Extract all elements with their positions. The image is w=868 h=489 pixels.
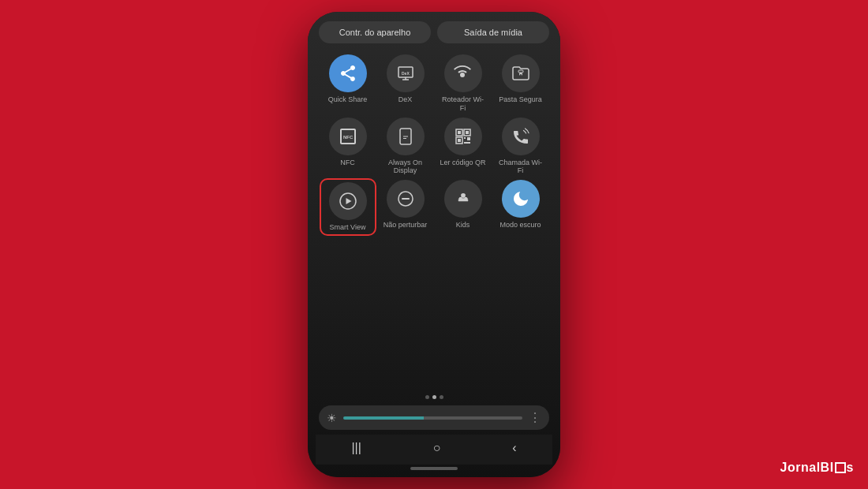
quick-share-icon	[329, 54, 367, 92]
watermark: JornalBIs	[780, 461, 854, 475]
device-controls-button[interactable]: Contr. do aparelho	[319, 21, 431, 43]
top-buttons-row: Contr. do aparelho Saída de mídia	[316, 21, 552, 43]
kids-icon	[444, 180, 482, 218]
qr-icon	[444, 118, 482, 155]
home-indicator	[316, 465, 552, 477]
svg-rect-2	[518, 70, 523, 73]
media-output-button[interactable]: Saída de mídia	[437, 21, 549, 43]
svg-rect-13	[464, 137, 466, 139]
back-button[interactable]: ‹	[512, 441, 516, 455]
svg-marker-17	[346, 198, 351, 204]
dex-label: DeX	[398, 95, 413, 104]
home-button[interactable]: ○	[433, 441, 441, 455]
brightness-icon: ☀	[327, 412, 337, 424]
brightness-options-button[interactable]: ⋮	[529, 410, 541, 425]
smart-view-label: Smart View	[330, 223, 366, 232]
tile-wifi-router[interactable]: Roteador Wi-Fi	[436, 54, 490, 113]
smart-view-icon	[329, 182, 367, 220]
tile-nfc[interactable]: NFC NFC	[321, 118, 375, 176]
nfc-icon: NFC	[329, 118, 367, 155]
wifi-call-icon	[502, 118, 540, 155]
tile-wifi-call[interactable]: Chamada Wi-Fi	[494, 118, 548, 176]
home-pill	[410, 467, 458, 470]
dark-mode-label: Modo escuro	[499, 221, 541, 230]
phone-screen: Contr. do aparelho Saída de mídia Quick …	[308, 12, 560, 477]
nfc-label: NFC	[340, 159, 355, 167]
dot-1	[425, 395, 429, 399]
aod-label: Always On Display	[382, 159, 429, 176]
pagination-dots	[316, 395, 552, 399]
watermark-box-t	[835, 462, 846, 473]
tile-qr-code[interactable]: Ler código QR	[436, 118, 490, 176]
dnd-label: Não perturbar	[383, 221, 428, 230]
dark-mode-icon	[502, 180, 540, 218]
svg-rect-12	[458, 139, 461, 142]
wifi-call-label: Chamada Wi-Fi	[497, 159, 544, 176]
svg-point-22	[465, 196, 466, 196]
wifi-router-icon	[444, 54, 482, 92]
tile-secure-folder[interactable]: Pasta Segura	[494, 54, 548, 113]
dot-3	[440, 395, 443, 399]
tile-kids[interactable]: Kids	[436, 180, 490, 234]
tile-smart-view[interactable]: Smart View	[321, 180, 375, 234]
svg-rect-15	[464, 142, 470, 144]
tiles-row-3: Smart View Não perturbar Kids	[319, 180, 549, 234]
phone-body: Contr. do aparelho Saída de mídia Quick …	[308, 12, 560, 477]
aod-icon	[387, 118, 425, 155]
secure-folder-label: Pasta Segura	[499, 95, 542, 104]
phone-mockup: Contr. do aparelho Saída de mídia Quick …	[308, 12, 560, 477]
svg-text:NFC: NFC	[343, 135, 354, 140]
brightness-track[interactable]	[343, 416, 522, 420]
tile-dnd[interactable]: Não perturbar	[379, 180, 432, 234]
svg-rect-14	[467, 137, 470, 140]
svg-point-21	[460, 196, 461, 196]
tile-always-on-display[interactable]: Always On Display	[379, 118, 432, 176]
recent-apps-button[interactable]: |||	[351, 441, 361, 455]
quick-settings-grid: Quick Share DeX DeX Roteador Wi-Fi	[316, 54, 552, 390]
tile-dark-mode[interactable]: Modo escuro	[494, 180, 548, 234]
svg-rect-10	[466, 131, 469, 134]
svg-rect-8	[458, 131, 461, 134]
nav-bar: ||| ○ ‹	[316, 435, 552, 465]
quick-share-label: Quick Share	[328, 95, 368, 104]
dot-2	[432, 395, 436, 399]
tile-dex[interactable]: DeX DeX	[379, 54, 432, 113]
secure-folder-icon	[502, 54, 540, 92]
qr-label: Ler código QR	[440, 159, 485, 167]
tiles-row-2: NFC NFC Always On Display	[319, 118, 549, 176]
dnd-icon	[387, 180, 425, 218]
tiles-row-1: Quick Share DeX DeX Roteador Wi-Fi	[319, 54, 549, 113]
dex-icon: DeX	[387, 54, 425, 92]
brightness-slider[interactable]: ☀ ⋮	[319, 405, 549, 430]
wifi-router-label: Roteador Wi-Fi	[440, 95, 487, 113]
svg-text:DeX: DeX	[402, 71, 410, 76]
tile-quick-share[interactable]: Quick Share	[321, 54, 375, 113]
kids-label: Kids	[456, 221, 470, 230]
